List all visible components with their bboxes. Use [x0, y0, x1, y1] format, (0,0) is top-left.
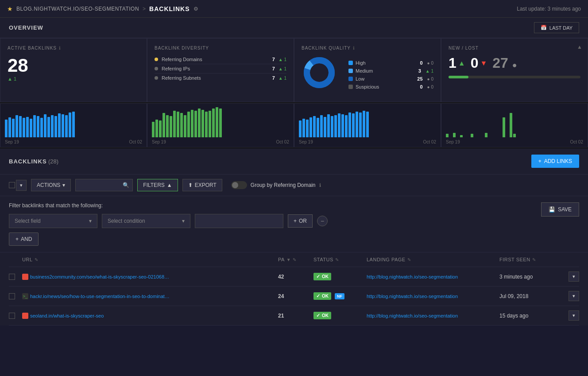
last-update: Last update: 3 minutes ago — [517, 6, 581, 12]
bar — [198, 109, 201, 137]
charts-row: Sep 19 Oct 02 Sep 19 Oct 02 — [0, 103, 588, 148]
row-checkbox-wrapper — [9, 274, 22, 280]
row-actions-dropdown[interactable]: ▾ — [569, 310, 579, 321]
info-icon[interactable]: ℹ — [353, 46, 355, 50]
backlinks-title-wrapper: BACKLINKS (28) — [9, 158, 58, 165]
bar — [44, 114, 46, 137]
bar — [187, 112, 190, 137]
bar — [327, 114, 330, 137]
bar — [352, 113, 355, 137]
nf-badge: NF — [335, 293, 344, 299]
bar — [62, 114, 64, 137]
landing-page-link[interactable]: http://blog.nightwatch.io/seo-segmentati… — [367, 274, 458, 279]
active-backlinks-label: ACTIVE BACKLINKS ℹ — [8, 46, 139, 50]
row-status: ✓ OK NF — [313, 292, 367, 300]
last-day-button[interactable]: 📅 LAST DAY — [534, 22, 579, 33]
select-all-wrapper: ▾ — [9, 180, 27, 191]
actions-button[interactable]: ACTIONS ▾ — [31, 179, 71, 191]
row-url: >_ hackr.io/news/seo/how-to-use-segmenta… — [22, 293, 278, 299]
chart-date-left: Sep 19 — [152, 140, 166, 144]
bar — [152, 122, 155, 137]
quality-dot — [348, 69, 353, 73]
table-row: seoland.in/what-is-skyscraper-seo 21 ✓ O… — [9, 306, 579, 326]
gear-icon[interactable]: ⚙ — [193, 6, 198, 12]
bar — [65, 115, 68, 137]
row-actions-dropdown[interactable]: ▾ — [569, 291, 579, 301]
bar — [184, 115, 186, 137]
or-button[interactable]: + OR — [288, 214, 313, 228]
bar — [72, 112, 75, 137]
row-checkbox-wrapper — [9, 313, 22, 319]
select-condition-dropdown[interactable]: Select condition ▾ — [102, 214, 190, 228]
th-first-seen: FIRST SEEN ✎ — [499, 257, 579, 262]
chart-diversity: Sep 19 Oct 02 — [147, 103, 294, 147]
url-link[interactable]: business2community.com/seo/what-is-skysc… — [30, 274, 169, 279]
site-icon: ★ — [7, 5, 13, 12]
url-link[interactable]: seoland.in/what-is-skyscraper-seo — [30, 313, 104, 318]
url-link[interactable]: hackr.io/news/seo/how-to-use-segmentatio… — [30, 294, 170, 299]
select-field-dropdown[interactable]: Select field ▾ — [9, 214, 97, 228]
chevron-down-icon: ▾ — [182, 218, 185, 224]
chart-active-backlinks: Sep 19 Oct 02 — [0, 103, 147, 147]
chart-bars — [446, 108, 583, 139]
edit-icon[interactable]: ✎ — [335, 257, 339, 262]
edit-icon[interactable]: ✎ — [407, 257, 411, 262]
active-backlinks-card: ACTIVE BACKLINKS ℹ 28 ▲ 1 — [0, 38, 147, 102]
add-links-button[interactable]: + ADD LINKS — [531, 155, 579, 168]
new-lost-label: NEW / LOST — [449, 46, 580, 50]
row-actions-dropdown[interactable]: ▾ — [569, 271, 579, 282]
group-by-toggle[interactable] — [231, 181, 247, 189]
filters-button[interactable]: FILTERS ▲ — [137, 179, 178, 191]
total-value: 27 ● — [492, 55, 517, 71]
row-first-seen: Jul 09, 2018 ▾ — [499, 291, 579, 301]
select-all-dropdown[interactable]: ▾ — [16, 180, 27, 191]
select-condition-label: Select condition — [108, 218, 145, 224]
edit-icon[interactable]: ✎ — [532, 257, 536, 262]
bar — [159, 120, 162, 137]
bar — [356, 112, 358, 137]
bar — [306, 120, 309, 137]
sort-icon[interactable]: ▼ — [286, 257, 291, 262]
group-by-label: Group by Referring Domain — [251, 182, 316, 188]
bar — [510, 113, 512, 137]
bar — [446, 134, 449, 137]
table-row: business2community.com/seo/what-is-skysc… — [9, 267, 579, 287]
filter-value-input[interactable] — [195, 214, 283, 228]
quality-label: BACKLINK QUALITY ℹ — [302, 46, 433, 50]
bar — [209, 111, 211, 137]
bar — [309, 117, 312, 137]
landing-page-link[interactable]: http://blog.nightwatch.io/seo-segmentati… — [367, 294, 458, 299]
overview-header: OVERVIEW 📅 LAST DAY — [0, 18, 588, 38]
edit-icon[interactable]: ✎ — [293, 257, 297, 262]
new-value: 1 ▲ — [449, 55, 465, 71]
bar — [205, 112, 208, 137]
info-icon[interactable]: ℹ — [319, 182, 321, 188]
status-badge: ✓ OK — [313, 273, 331, 280]
bar — [180, 113, 183, 137]
export-button[interactable]: ⬆ EXPORT — [182, 179, 222, 191]
diversity-row-referring-subnets: Referring Subnets 7 ▲ 1 — [155, 74, 286, 82]
row-status: ✓ OK — [313, 273, 367, 280]
select-all-checkbox[interactable] — [9, 182, 15, 188]
landing-page-link[interactable]: http://blog.nightwatch.io/seo-segmentati… — [367, 313, 458, 318]
and-button[interactable]: + AND — [9, 233, 39, 246]
bar — [201, 110, 204, 137]
bar — [26, 117, 29, 137]
edit-icon[interactable]: ✎ — [35, 257, 39, 262]
remove-filter-button[interactable]: − — [317, 216, 328, 226]
check-icon: ✓ — [316, 313, 320, 318]
row-checkbox[interactable] — [9, 313, 15, 319]
quality-row-high: High 0 ● 0 — [348, 59, 433, 67]
bar — [23, 118, 25, 137]
save-button[interactable]: 💾 SAVE — [541, 202, 579, 217]
bar — [503, 117, 505, 137]
row-checkbox[interactable] — [9, 274, 15, 280]
collapse-button[interactable]: ▲ — [577, 44, 582, 50]
bar — [363, 111, 365, 137]
row-url: seoland.in/what-is-skyscraper-seo — [22, 313, 278, 319]
search-icon: 🔍 — [123, 182, 129, 188]
quality-rows: High 0 ● 0 Medium 3 ▲ 1 Low 25 ● 0 — [348, 59, 433, 91]
row-checkbox[interactable] — [9, 293, 15, 299]
info-icon[interactable]: ℹ — [59, 46, 61, 50]
backlinks-title: BACKLINKS — [9, 158, 47, 165]
